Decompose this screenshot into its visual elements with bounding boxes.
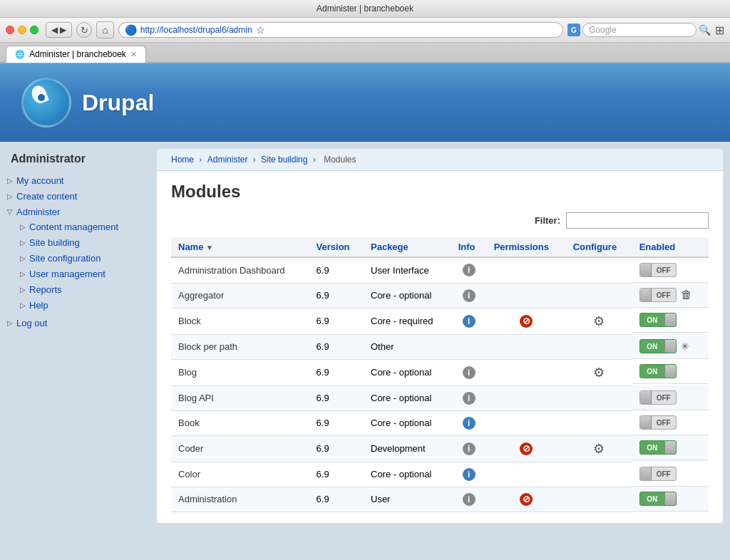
module-configure-cell	[566, 283, 632, 308]
info-icon-gray[interactable]: i	[463, 392, 475, 405]
site-configuration-link[interactable]: Site configuration	[29, 253, 101, 264]
minimize-window-button[interactable]	[18, 26, 26, 34]
sidebar-item-reports[interactable]: ▷ Reports	[20, 283, 150, 296]
module-table-body: Administration Dashboard6.9User Interfac…	[171, 257, 709, 512]
back-button[interactable]: ◀ ▶	[46, 22, 72, 38]
trash-icon[interactable]: 🗑	[681, 289, 692, 301]
tab-favicon: 🌐	[15, 50, 25, 59]
create-content-link[interactable]: Create content	[16, 191, 77, 202]
module-package-cell: Development	[364, 435, 451, 462]
reports-link[interactable]: Reports	[29, 284, 62, 295]
module-name: Block	[178, 316, 201, 326]
info-icon-gray[interactable]: i	[463, 289, 475, 302]
filter-input[interactable]	[566, 212, 709, 229]
sidebar-item-administer[interactable]: ▷ Administer ▷ Content management	[7, 205, 150, 312]
breadcrumb-site-building[interactable]: Site building	[261, 155, 307, 165]
info-icon-gray[interactable]: i	[463, 264, 475, 276]
breadcrumb-administer[interactable]: Administer	[207, 155, 248, 165]
my-account-link[interactable]: My account	[16, 175, 63, 186]
module-permissions-cell	[487, 283, 566, 308]
tab-close-button[interactable]: ✕	[130, 50, 137, 59]
module-info-cell: i	[451, 487, 487, 512]
fullscreen-window-button[interactable]	[30, 26, 38, 34]
info-icon-blue[interactable]: i	[463, 315, 475, 328]
permissions-no-icon[interactable]: ⊘	[520, 493, 533, 506]
sidebar-item-content-management[interactable]: ▷ Content management	[20, 220, 150, 234]
module-permissions-cell	[487, 462, 566, 487]
sidebar-item-my-account[interactable]: ▷ My account	[7, 174, 150, 187]
toggle-off-button[interactable]: OFF	[639, 390, 677, 405]
sidebar-item-user-management[interactable]: ▷ User management	[20, 267, 150, 281]
module-permissions-cell	[487, 410, 566, 435]
home-button[interactable]: ⌂	[96, 21, 113, 38]
toggle-off-button[interactable]: OFF	[639, 288, 677, 302]
toggle-on-button[interactable]: ON	[639, 339, 677, 353]
bookmark-icon[interactable]: ☆	[256, 24, 265, 36]
content-management-link[interactable]: Content management	[29, 222, 118, 232]
module-configure-cell	[566, 385, 632, 410]
module-version-cell: 6.9	[309, 462, 364, 487]
active-tab[interactable]: 🌐 Administer | brancheboek ✕	[6, 46, 146, 63]
toggle-off-button[interactable]: OFF	[639, 415, 677, 430]
site-title: Drupal	[82, 90, 154, 116]
search-bar[interactable]: Google	[582, 23, 696, 37]
table-row: Block per path6.9Other ON ✳	[171, 334, 709, 359]
sidebar-menu: ▷ My account ▷ Create content ▷ Administ…	[7, 174, 150, 330]
info-icon-blue[interactable]: i	[463, 468, 475, 481]
arrow-administer: ▷	[6, 209, 14, 215]
module-info-cell: i	[451, 257, 487, 283]
module-enabled-cell: ON	[632, 359, 709, 384]
toggle-on-button[interactable]: ON	[639, 313, 677, 327]
modules-page-title: Modules	[171, 182, 709, 202]
sidebar-item-log-out[interactable]: ▷ Log out	[7, 316, 150, 330]
log-out-link[interactable]: Log out	[16, 318, 47, 328]
sidebar-item-help[interactable]: ▷ Help	[20, 299, 150, 312]
column-info: Info	[451, 237, 487, 257]
address-bar[interactable]: 🔵 http://localhost/drupal6/admin ☆	[118, 22, 563, 38]
info-icon-gray[interactable]: i	[463, 442, 475, 455]
info-icon-blue[interactable]: i	[463, 417, 475, 430]
module-enabled-cell: OFF	[632, 385, 709, 410]
site-building-link[interactable]: Site building	[29, 237, 80, 248]
arrow-user-management: ▷	[20, 270, 26, 278]
refresh-button[interactable]: ↻	[76, 22, 92, 38]
configure-gear-icon[interactable]: ⚙	[593, 314, 605, 328]
help-link[interactable]: Help	[29, 300, 48, 311]
sidebar-admin-label: Administrator	[7, 152, 150, 165]
arrow-log-out: ▷	[7, 319, 13, 327]
site-header: Drupal	[0, 63, 730, 142]
sidebar-item-site-configuration[interactable]: ▷ Site configuration	[20, 252, 150, 265]
toggle-on-button[interactable]: ON	[639, 364, 677, 378]
module-package-cell: User	[364, 487, 451, 512]
search-submit-icon[interactable]: 🔍	[699, 24, 711, 36]
configure-gear-icon[interactable]: ⚙	[593, 365, 605, 380]
column-name[interactable]: Name ▼	[171, 237, 309, 257]
arrow-my-account: ▷	[7, 177, 13, 185]
administer-link[interactable]: Administer	[16, 207, 60, 217]
breadcrumb-home[interactable]: Home	[171, 155, 194, 165]
close-window-button[interactable]	[6, 26, 14, 34]
info-icon-gray[interactable]: i	[463, 493, 475, 506]
permissions-no-icon[interactable]: ⊘	[520, 442, 533, 455]
browser-toolbar: ◀ ▶ ↻ ⌂ 🔵 http://localhost/drupal6/admin…	[0, 18, 730, 43]
tab-label: Administer | brancheboek	[29, 49, 126, 59]
configure-gear-icon[interactable]: ⚙	[593, 442, 605, 456]
sidebar-item-site-building[interactable]: ▷ Site building	[20, 236, 150, 249]
search-container: G Google 🔍	[567, 23, 711, 37]
info-icon-gray[interactable]: i	[463, 366, 475, 379]
user-management-link[interactable]: User management	[29, 269, 106, 279]
permissions-no-icon[interactable]: ⊘	[520, 315, 533, 328]
spinner-icon[interactable]: ✳	[681, 341, 689, 352]
toggle-on-button[interactable]: ON	[639, 440, 677, 455]
sidebar-item-create-content[interactable]: ▷ Create content	[7, 190, 150, 203]
toggle-off-button[interactable]: OFF	[639, 467, 677, 481]
module-name: Administration Dashboard	[178, 265, 285, 276]
module-enabled-cell: ON ✳	[632, 334, 709, 359]
module-configure-cell	[566, 257, 632, 283]
title-bar: Administer | brancheboek	[0, 0, 730, 18]
toggle-off-button[interactable]: OFF	[639, 263, 677, 277]
module-enabled-cell: OFF 🗑	[632, 283, 709, 308]
module-info-cell: i	[451, 308, 487, 334]
toggle-on-button[interactable]: ON	[639, 492, 677, 506]
module-package-cell: Core - optional	[364, 359, 451, 385]
